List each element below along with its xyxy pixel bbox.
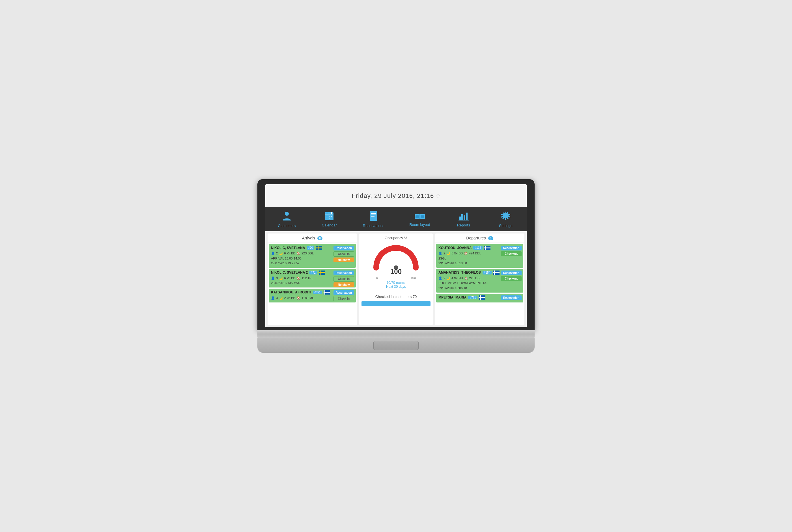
svg-rect-23	[466, 213, 467, 220]
btn-reservation-1[interactable]: Reservation	[333, 270, 354, 275]
arrivals-title: Arrivals	[302, 236, 315, 240]
departure-card-0: KOUTSOU, JOANNA #114 Reservation Checkou…	[436, 244, 523, 268]
guest-name-0: NIKOLIC, SVETLANA	[271, 246, 305, 250]
dep-btn-checkout-0[interactable]: Checkout	[501, 251, 521, 256]
svg-rect-7	[329, 216, 330, 217]
nav-room-layout[interactable]: Room layout	[404, 211, 436, 228]
gauge-container: 100 0 100 70/70 rooms Next 30 days	[362, 242, 430, 290]
nav-reports[interactable]: Reports	[449, 210, 478, 228]
dep-board-icon-0: 🍽	[454, 251, 457, 256]
customers-label: Customers	[278, 224, 296, 228]
gauge-scale: 0 100	[376, 276, 416, 280]
dep-room-icon-0: 🏠	[464, 251, 468, 256]
nav-settings[interactable]: Settings	[492, 210, 520, 229]
arrival-actions-1: Reservation Check in No show	[333, 270, 354, 287]
arrivals-header: Arrivals 8	[268, 233, 357, 243]
center-panel: Occupancy % 100	[359, 233, 433, 325]
guest-id-0: #70	[307, 246, 315, 250]
svg-point-0	[285, 212, 289, 216]
btn-noshow-0[interactable]: No show	[333, 258, 354, 262]
dep-updated-1: 29/07/2016 10:06:18	[438, 286, 467, 291]
progress-fill	[362, 301, 430, 306]
departures-title: Departures	[466, 236, 486, 240]
dep-btn-reservation-0[interactable]: Reservation	[501, 246, 521, 250]
dep-board-icon-1: 🍽	[454, 276, 457, 281]
dep-updated-0: 29/07/2016 10:18:58	[438, 261, 467, 266]
nav-reservations[interactable]: Reservations	[357, 210, 390, 229]
room-layout-label: Room layout	[409, 223, 430, 227]
btn-reservation-0[interactable]: Reservation	[333, 246, 354, 250]
datetime-display: Friday, 29 July 2016, 21:16 ♡	[268, 190, 524, 204]
svg-rect-10	[329, 218, 330, 219]
gauge-min: 0	[376, 276, 378, 280]
arrival-card-2: KATSANIKOU, AFRODITI #451 Reservation Ch…	[269, 289, 356, 302]
screen: Friday, 29 July 2016, 21:16 ♡ Customers	[265, 184, 527, 327]
arrival-actions-0: Reservation Check in No show	[333, 246, 354, 262]
arrival-card-1: NIKOLIC, SVETLANA 2 #71 Reservation Chec…	[269, 269, 356, 287]
dep-btn-reservation-1[interactable]: Reservation	[501, 270, 521, 275]
btn-checkin-2[interactable]: Check in	[333, 296, 354, 301]
dep-btn-checkout-1[interactable]: Checkout	[501, 276, 521, 281]
arrival-info-0: ARRIVAL 13:00-14:00	[271, 256, 301, 261]
occupancy-title: Occupancy %	[362, 236, 430, 240]
nav-calendar[interactable]: Calendar	[315, 210, 344, 228]
checked-in-bar	[362, 301, 430, 306]
checked-in-count: 70	[413, 294, 417, 299]
btn-noshow-1[interactable]: No show	[333, 282, 354, 287]
dep-adults-icon-1: 👤	[438, 276, 442, 281]
settings-label: Settings	[499, 224, 512, 228]
svg-rect-6	[327, 216, 328, 217]
flag-sweden-1	[319, 270, 325, 275]
reservations-icon	[369, 211, 378, 223]
svg-rect-21	[461, 214, 463, 220]
adults-icon-1: 👤	[271, 276, 275, 281]
dep-nights-icon-0: 🌙	[446, 251, 450, 256]
svg-rect-14	[371, 216, 374, 216]
btn-checkin-0[interactable]: Check in	[333, 251, 354, 257]
nav-bar: Customers	[265, 207, 527, 231]
room-icon-2: 🏠	[296, 296, 300, 301]
laptop-base	[257, 330, 535, 338]
arrivals-list: NIKOLIC, SVETLANA #70 Reservation Check …	[268, 243, 357, 304]
board-icon-0: 🍽	[287, 251, 290, 256]
dep-note-1: POOL VIEW, DOWNPAYMENT 13...	[438, 281, 489, 286]
progress-bar	[362, 301, 430, 306]
adults-icon-0: 👤	[271, 251, 275, 256]
dep-guest-id-1: #154	[482, 271, 492, 274]
dep-adults-icon-0: 👤	[438, 251, 442, 256]
svg-rect-12	[371, 213, 376, 214]
adults-icon-2: 👤	[271, 296, 275, 301]
room-icon-1: 🏠	[296, 276, 300, 281]
heart-icon: ♡	[436, 194, 440, 199]
arrival-actions-2: Reservation Check in	[333, 290, 354, 301]
flag-greece-dep-0	[484, 246, 491, 250]
main-content: Arrivals 8 NIKOLIC, SVETLANA #70	[265, 231, 527, 327]
departure-card-1: AMANATIDIS, THEOFILOS #154 Reservation C…	[436, 269, 523, 292]
occupancy-section: Occupancy % 100	[359, 233, 433, 292]
dep-btn-reservation-2[interactable]: Reservation	[501, 296, 521, 300]
svg-rect-17	[421, 215, 424, 218]
board-icon-1: 🍽	[287, 276, 290, 281]
rooms-count: 70/70 rooms	[386, 281, 406, 285]
btn-reservation-2[interactable]: Reservation	[333, 290, 354, 295]
nav-customers[interactable]: Customers	[272, 210, 301, 229]
svg-rect-13	[371, 214, 376, 215]
guest-name-1: NIKOLIC, SVETLANA 2	[271, 270, 308, 274]
dep-guest-id-2: #721	[468, 296, 477, 299]
svg-rect-22	[464, 215, 465, 220]
svg-rect-16	[416, 215, 419, 218]
checked-in-title: Checked in customers 70	[362, 294, 430, 299]
departures-header: Departures 6	[435, 233, 524, 243]
departure-card-2: MPETSIA, MARIA #721 Reservation	[436, 294, 523, 302]
btn-checkin-1[interactable]: Check in	[333, 276, 354, 282]
departure-actions-1: Reservation Checkout	[501, 270, 521, 281]
room-icon-0: 🏠	[296, 251, 300, 256]
guest-id-2: #451	[313, 290, 322, 294]
departures-count: 6	[488, 236, 493, 240]
flag-sweden-0	[316, 246, 322, 250]
updated-1: 29/07/2016 13:27:54	[271, 281, 299, 286]
rooms-period: Next 30 days	[386, 285, 406, 289]
dep-room-icon-1: 🏠	[464, 276, 468, 281]
screen-header: Friday, 29 July 2016, 21:16 ♡	[265, 184, 527, 207]
datetime-text: Friday, 29 July 2016, 21:16	[352, 192, 434, 199]
